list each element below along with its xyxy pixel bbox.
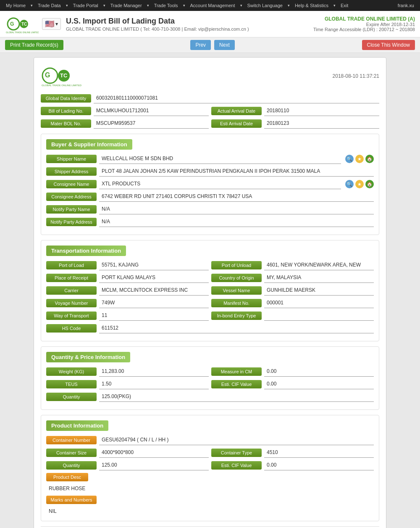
- voyage-manifest-row: Voyage Number 749W Manifest No. 000001: [46, 298, 374, 308]
- flag-dropdown-arrow: ▾: [55, 21, 58, 27]
- port-of-load-label: Port of Load: [46, 261, 97, 269]
- weight-label: Weight (KG): [46, 367, 97, 376]
- container-number-row: Container Number GESU6204794 ( CN / L / …: [46, 435, 374, 445]
- record-logo-svg: G TC GLOBAL TRADE ONLINE LIMITED: [41, 64, 83, 87]
- vessel-name-label: Vessel Name: [211, 286, 262, 295]
- teus-pair: TEUS 1.50: [46, 379, 209, 389]
- expire-info: Expire After 2018-12-31: [313, 22, 415, 27]
- shipper-address-label: Shipper Address: [46, 167, 97, 176]
- nav-exit[interactable]: Exit: [338, 3, 351, 8]
- shipper-search-icon[interactable]: 🔍: [345, 155, 354, 163]
- manifest-no-label: Manifest No.: [211, 299, 262, 307]
- nav-my-home[interactable]: My Home: [3, 3, 28, 8]
- print-button-top[interactable]: Print Trade Record(s): [5, 40, 63, 50]
- master-bol-value: MSCUPM959537: [94, 119, 209, 129]
- product-quantity-value: 125.00: [99, 460, 209, 470]
- product-desc-value: RUBBER HOSE: [46, 484, 374, 493]
- transport-inbond-row: Way of Transport 11 In-bond Entry Type: [46, 311, 374, 321]
- actual-arrival-value: 20180110: [264, 106, 379, 116]
- page-subtitle: GLOBAL TRADE ONLINE LIMITED ( Tel: 400-7…: [66, 26, 313, 32]
- page-title: U.S. Import Bill of Lading Data: [66, 17, 313, 26]
- nav-trade-manager[interactable]: Trade Manager: [108, 3, 144, 8]
- esti-arrival-value: 20180123: [264, 119, 379, 129]
- product-quantity-cif-row: Quantity 125.00 Esti. CIF Value 0.00: [46, 460, 374, 470]
- time-range-info: Time Range Accessible (LDR) : 200712 ~ 2…: [313, 27, 415, 32]
- language-selector[interactable]: 🇺🇸 ▾: [42, 18, 61, 30]
- place-of-receipt-pair: Place of Receipt PORT KLANG MALAYS: [46, 273, 209, 283]
- nav-trade-portal[interactable]: Trade Portal: [71, 3, 101, 8]
- product-section: Product Information Container Number GES…: [41, 415, 379, 521]
- nav-trade-tools[interactable]: Trade Tools: [152, 3, 181, 8]
- close-button-top[interactable]: Close This Window: [362, 40, 415, 50]
- record-card: G TC GLOBAL TRADE ONLINE LIMITED 2018-08…: [34, 57, 386, 528]
- nav-trade-data[interactable]: Trade Data: [35, 3, 63, 8]
- svg-text:G: G: [10, 21, 14, 27]
- voyage-number-value: 749W: [99, 298, 209, 308]
- esti-cif-value: 0.00: [264, 379, 374, 389]
- flag-icon: 🇺🇸: [45, 19, 54, 29]
- consignee-home-icon[interactable]: 🏠: [365, 180, 374, 188]
- master-bol-label: Mater BOL No.: [41, 119, 91, 128]
- esti-cif-pair: Esti. CIF Value 0.00: [211, 379, 374, 389]
- country-of-origin-value: MY, MALAYSIA: [264, 273, 374, 283]
- main-content: G TC GLOBAL TRADE ONLINE LIMITED 2018-08…: [0, 53, 420, 528]
- container-size-label: Container Size: [46, 449, 97, 457]
- nav-help-stats[interactable]: Help & Statistics: [292, 3, 331, 8]
- shipper-address-value: PLOT 48 JALAN JOHAN 2/5 KAW PERINDUSTRIA…: [99, 166, 374, 177]
- consignee-name-label: Consignee Name: [46, 180, 97, 188]
- container-size-pair: Container Size 4000*900*800: [46, 448, 209, 458]
- consignee-search-icon[interactable]: 🔍: [345, 180, 354, 188]
- record-header: G TC GLOBAL TRADE ONLINE LIMITED 2018-08…: [41, 64, 379, 87]
- carrier-label: Carrier: [46, 286, 97, 295]
- shipper-star-icon[interactable]: ★: [355, 155, 364, 163]
- way-of-transport-label: Way of Transport: [46, 312, 97, 320]
- carrier-vessel-row: Carrier MCLM, MCCLINTOCK EXPRESS INC Ves…: [46, 285, 374, 296]
- consignee-name-value: XTL PRODUCTS: [99, 179, 341, 189]
- svg-text:GLOBAL TRADE ONLINE LIMITED: GLOBAL TRADE ONLINE LIMITED: [6, 31, 39, 34]
- prev-button-top[interactable]: Prev: [190, 40, 211, 50]
- consignee-address-label: Consignee Address: [46, 193, 97, 201]
- shipper-home-icon[interactable]: 🏠: [365, 155, 374, 163]
- quantity-label: Quantity: [46, 393, 97, 401]
- measure-label: Measure in CM: [211, 367, 262, 376]
- nav-account-mgmt[interactable]: Account Management: [188, 3, 238, 8]
- container-number-value: GESU6204794 ( CN / L / HH ): [99, 435, 374, 445]
- next-button-top[interactable]: Next: [214, 40, 235, 50]
- buyer-supplier-section: Buyer & Supplier Information Shipper Nam…: [41, 134, 379, 235]
- consignee-name-row: Consignee Name XTL PRODUCTS 🔍 ★ 🏠: [46, 179, 374, 189]
- product-desc-label: Product Desc: [46, 473, 88, 481]
- record-footer: U.S. Import Bill of Lading Data 1 / 1 60…: [41, 526, 379, 528]
- master-bol-pair: Mater BOL No. MSCUPM959537: [41, 119, 209, 129]
- consignee-star-icon[interactable]: ★: [355, 180, 364, 188]
- quantity-price-header: Quantity & Price Information: [46, 352, 130, 362]
- inbond-entry-pair: In-bond Entry Type: [211, 311, 374, 321]
- svg-text:G: G: [45, 71, 50, 79]
- voyage-number-label: Voyage Number: [46, 299, 97, 307]
- inbond-entry-label: In-bond Entry Type: [211, 312, 262, 320]
- nav-switch-lang[interactable]: Switch Language: [245, 3, 285, 8]
- port-row: Port of Load 55751, KAJANG Port of Unloa…: [46, 260, 374, 270]
- place-of-receipt-label: Place of Receipt: [46, 274, 97, 282]
- weight-pair: Weight (KG) 11,283.00: [46, 367, 209, 377]
- port-of-unload-value: 4601, NEW YORK/NEWARK AREA, NEW: [264, 260, 374, 270]
- quantity-value: 125.00(PKG): [99, 392, 374, 402]
- record-logo: G TC GLOBAL TRADE ONLINE LIMITED: [41, 64, 83, 87]
- product-header: Product Information: [46, 420, 108, 431]
- port-of-load-pair: Port of Load 55751, KAJANG: [46, 260, 209, 270]
- shipper-address-row: Shipper Address PLOT 48 JALAN JOHAN 2/5 …: [46, 166, 374, 177]
- quantity-price-section: Quantity & Price Information Weight (KG)…: [41, 346, 379, 410]
- port-of-unload-label: Port of Unload: [211, 261, 262, 269]
- notify-party-address-row: Notify Party Address N/A: [46, 217, 374, 227]
- carrier-value: MCLM, MCCLINTOCK EXPRESS INC: [99, 285, 209, 296]
- manifest-no-value: 000001: [264, 298, 374, 308]
- marks-numbers-label: Marks and Numbers: [46, 496, 97, 504]
- teus-value: 1.50: [99, 379, 209, 389]
- shipper-name-value: WELLCALL HOSE M SDN BHD: [99, 154, 341, 164]
- consignee-address-value: 6742 WEBER RD UNIT 271401 CORPUS CHRISTI…: [99, 192, 374, 202]
- way-of-transport-pair: Way of Transport 11: [46, 311, 209, 321]
- svg-text:TC: TC: [21, 22, 27, 26]
- country-of-origin-pair: Country of Origin MY, MALAYSIA: [211, 273, 374, 283]
- container-number-label: Container Number: [46, 436, 97, 444]
- page-title-area: U.S. Import Bill of Lading Data GLOBAL T…: [61, 17, 313, 32]
- measure-pair: Measure in CM 0.00: [211, 367, 374, 377]
